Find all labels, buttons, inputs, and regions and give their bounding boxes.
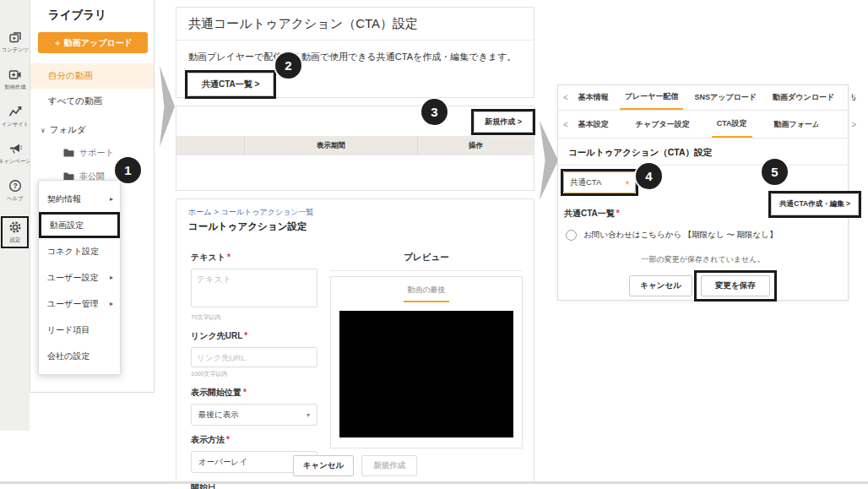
preview-box: 動画の最後 [330,276,523,448]
position-select[interactable]: 最後に表示 ▾ [191,404,317,426]
common-cta-list-button[interactable]: 共通CTA一覧 > [187,73,274,96]
required-mark: * [227,253,231,262]
menu-item-company-settings[interactable]: 会社の設定 [39,343,120,369]
insight-icon [8,105,22,118]
cancel-button[interactable]: キャンセル [293,455,355,476]
menu-item-label: 契約情報 [47,194,81,204]
tab-sns-upload[interactable]: SNSアップロード [689,85,762,110]
preview-title: プレビュー [330,243,523,271]
top-tab-row: < 基本情報 プレーヤー配信 SNSアップロード 動画ダウンロード リー > [558,85,848,111]
preview-tab-row: 動画の最後 [331,277,522,302]
url-field-input[interactable] [191,347,317,367]
create-submit-button[interactable]: 新規作成 [361,455,417,476]
sidebar-item-campaign[interactable]: キャンペーン [0,142,30,166]
tab-video-form-clipped[interactable]: 動画フォーム設 [769,111,818,138]
folder-name: サポート [79,147,114,159]
menu-item-user-management[interactable]: ユーザー管理 ▸ [39,291,120,317]
folder-icon [63,148,74,159]
step-badge-4: 4 [636,163,662,189]
tab-player-delivery[interactable]: プレーヤー配信 [620,85,684,110]
unsaved-changes-note: 一部の変更が保存されていません。 [558,254,848,265]
panel-cancel-button[interactable]: キャンセル [629,275,692,296]
menu-item-connect-settings[interactable]: コネクト設定 [39,238,120,264]
page-description: 動画プレイヤーで配信する動画で使用できる共通CTAを作成・編集できます。 [176,41,534,63]
cta-form-card: ホーム>コールトゥアクション一覧 コールトゥアクション設定 テキスト* 70文字… [176,198,534,483]
menu-item-lead-fields[interactable]: リード項目 [39,317,120,343]
sub-tab-row: < 基本設定 チャプター設定 CTA設定 動画フォーム設 > [558,111,848,139]
table-row [176,155,534,181]
menu-item-video-settings-highlighted[interactable]: 動画設定 [39,212,120,238]
video-upload-button[interactable]: ＋ 動画アップロード [38,32,148,53]
sidebar-item-label: 設定 [9,236,20,244]
url-field-helper: 1000文字以内 [191,370,317,378]
tab-basic-info[interactable]: 基本情報 [573,85,614,110]
svg-text:?: ? [13,182,17,190]
menu-item-label: 動画設定 [50,220,84,230]
sidebar-item-insight[interactable]: インサイト [0,105,30,128]
step-badge-5: 5 [762,159,788,185]
tab-chapter-settings[interactable]: チャプター設定 [631,111,695,138]
flow-arrow-icon [540,121,558,200]
required-mark: * [226,435,230,444]
form-title: コールトゥアクション設定 [176,218,534,233]
highlight-box: 共通CTA ▾ [561,169,638,196]
flow-arrow-icon [160,66,175,147]
library-item-my-videos[interactable]: 自分の動画 [30,63,154,89]
caret-down-icon: ▾ [626,179,629,187]
field-label-text: 表示方法 [191,435,225,444]
sidebar-item-label: 動画作成 [4,84,25,91]
chevron-down-icon: ∨ [41,127,46,134]
library-item-all-videos[interactable]: すべての動画 [30,89,154,114]
bottom-divider [0,481,868,484]
table-header-row: 表示期間 操作 [176,136,534,155]
panel-footer: キャンセル 変更を保存 [558,270,848,302]
common-cta-settings-card: 共通コールトゥアクション（CTA）設定 動画プレイヤーで配信する動画で使用できる… [176,7,534,98]
position-select-value: 最後に表示 [198,410,239,421]
panel-heading: コールトゥアクション（CTA）設定 [558,139,848,166]
campaign-icon [8,142,22,155]
required-mark: * [244,331,247,340]
form-body: テキスト* 70文字以内 リンク先URL* 1000文字以内 表示開始位置* 最… [176,233,534,489]
sidebar-item-video-create[interactable]: 動画作成 [0,68,30,91]
tabs-next-icon[interactable]: > [846,120,861,129]
save-changes-button[interactable]: 変更を保存 [701,275,770,296]
required-mark: * [616,209,620,218]
required-mark: * [243,388,247,397]
tabs-prev-icon[interactable]: < [558,120,573,129]
tabs-next-icon[interactable]: > [846,93,861,102]
sidebar-item-settings-highlighted[interactable]: 設定 [1,216,29,248]
menu-item-label: ユーザー管理 [47,299,98,308]
text-field-helper: 70文字以内 [191,313,317,322]
menu-item-label: ユーザー設定 [47,273,98,282]
common-cta-edit-button[interactable]: 共通CTA作成・編集 > [771,193,859,215]
create-new-button[interactable]: 新規作成 > [474,111,533,133]
step-badge-3: 3 [421,99,448,125]
breadcrumb-home-link[interactable]: ホーム [188,208,211,216]
cta-list-card: 新規作成 > 表示期間 操作 [176,106,534,191]
video-preview-area [339,311,513,437]
sidebar-item-help[interactable]: ? ヘルプ [0,179,30,203]
folders-toggle[interactable]: ∨ フォルダ [30,114,154,141]
common-cta-select[interactable]: 共通CTA ▾ [563,171,636,193]
menu-item-user-settings[interactable]: ユーザー設定 ▸ [39,264,120,291]
submenu-arrow-icon: ▸ [110,186,113,212]
field-label-text: 表示開始位置 [191,388,241,397]
text-field-label: テキスト* [191,252,317,264]
breadcrumb-current: コールトゥアクション一覧 [221,208,314,216]
display-method-label: 表示方法* [191,434,317,446]
preview-tab-video-end[interactable]: 動画の最後 [404,285,448,302]
screenshot-root: コンテンツ 動画作成 インサイト [0,0,868,489]
menu-item-contract-info[interactable]: 契約情報 ▸ [39,186,120,212]
url-field-label: リンク先URL* [191,330,317,342]
form-fields-column: テキスト* 70文字以内 リンク先URL* 1000文字以内 表示開始位置* 最… [191,243,317,489]
tab-basic-settings[interactable]: 基本設定 [573,111,614,138]
contents-icon [8,30,22,44]
sidebar-item-contents[interactable]: コンテンツ [0,30,30,54]
tab-video-download[interactable]: 動画ダウンロード [768,85,839,110]
tabs-prev-icon[interactable]: < [558,93,573,102]
tab-cta-settings[interactable]: CTA設定 [712,111,752,138]
radio-button[interactable] [566,230,577,241]
highlight-box: 新規作成 > [471,109,535,135]
text-field-input[interactable] [191,269,317,307]
caret-down-icon: ▾ [307,411,310,419]
